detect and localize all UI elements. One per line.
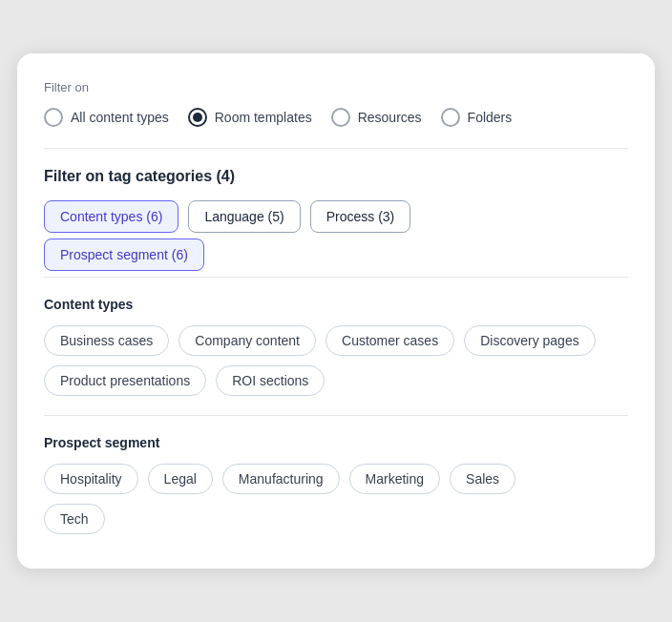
pill-customer-cases[interactable]: Customer cases (326, 325, 454, 356)
pill-hospitality[interactable]: Hospitality (44, 464, 138, 494)
tag-btn-prospect-segment[interactable]: Prospect segment (6) (44, 238, 204, 271)
pill-marketing[interactable]: Marketing (349, 464, 440, 494)
tag-btn-language[interactable]: Language (5) (188, 200, 300, 233)
radio-circle-all (44, 108, 63, 127)
divider-1 (44, 148, 628, 149)
pill-business-cases[interactable]: Business cases (44, 325, 169, 356)
tag-btn-content-types[interactable]: Content types (6) (44, 200, 178, 233)
filter-panel: Filter on All content types Room templat… (17, 53, 655, 569)
radio-label-folders: Folders (468, 110, 513, 125)
pill-roi-sections[interactable]: ROI sections (216, 365, 325, 396)
prospect-segment-pills: Hospitality Legal Manufacturing Marketin… (44, 464, 628, 494)
pill-manufacturing[interactable]: Manufacturing (222, 464, 340, 494)
tag-category-row-2: Prospect segment (6) (44, 238, 628, 271)
pill-product-presentations[interactable]: Product presentations (44, 365, 206, 396)
radio-circle-room-templates (188, 108, 207, 127)
radio-label-room-templates: Room templates (215, 110, 312, 125)
radio-group: All content types Room templates Resourc… (44, 108, 628, 127)
divider-2 (44, 277, 628, 278)
radio-resources[interactable]: Resources (331, 108, 422, 127)
radio-folders[interactable]: Folders (441, 108, 513, 127)
pill-company-content[interactable]: Company content (178, 325, 316, 356)
divider-3 (44, 415, 628, 416)
prospect-segment-pills-2: Tech (44, 504, 628, 534)
radio-circle-folders (441, 108, 460, 127)
radio-label-resources: Resources (358, 110, 422, 125)
radio-circle-resources (331, 108, 350, 127)
tag-btn-process[interactable]: Process (3) (310, 200, 411, 233)
radio-all-content-types[interactable]: All content types (44, 108, 169, 127)
pill-sales[interactable]: Sales (450, 464, 515, 494)
content-types-subtitle: Content types (44, 297, 628, 312)
tag-categories-title: Filter on tag categories (4) (44, 168, 628, 185)
pill-legal[interactable]: Legal (148, 464, 213, 494)
radio-label-all: All content types (71, 110, 169, 125)
filter-on-label: Filter on (44, 80, 628, 94)
prospect-segment-subtitle: Prospect segment (44, 435, 628, 450)
radio-room-templates[interactable]: Room templates (188, 108, 312, 127)
pill-tech[interactable]: Tech (44, 504, 105, 534)
tag-category-row: Content types (6) Language (5) Process (… (44, 200, 628, 233)
content-types-pills: Business cases Company content Customer … (44, 325, 628, 396)
pill-discovery-pages[interactable]: Discovery pages (464, 325, 596, 356)
